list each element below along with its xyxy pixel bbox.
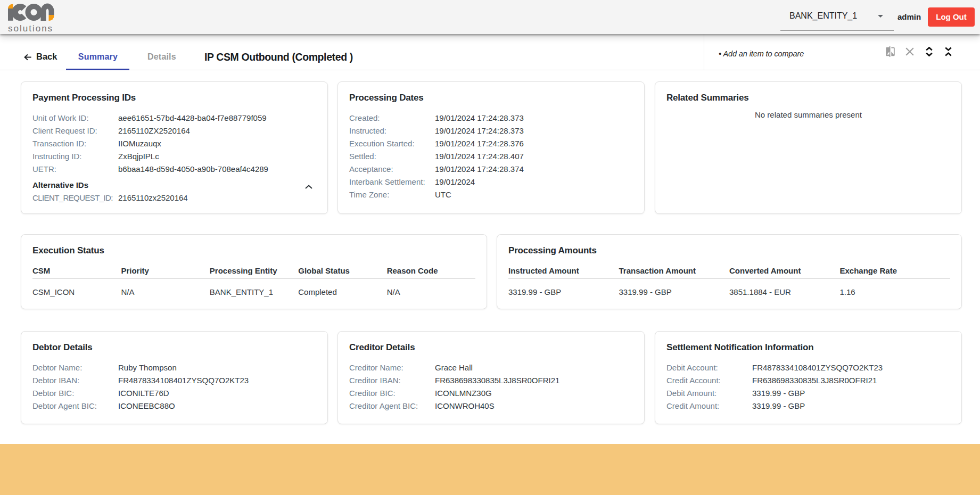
svg-text:solutions: solutions <box>8 23 53 33</box>
